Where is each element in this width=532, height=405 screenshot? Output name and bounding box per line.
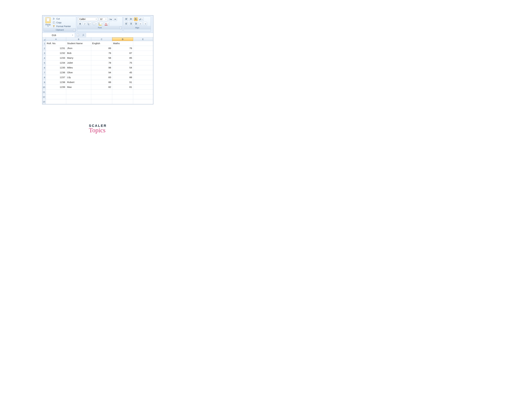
fx-button[interactable]: fx <box>81 34 86 36</box>
bold-button[interactable]: B <box>78 22 82 26</box>
cell[interactable]: 83 <box>91 75 112 80</box>
cell[interactable]: 1238 <box>46 80 66 85</box>
cell[interactable] <box>133 80 153 85</box>
row-header[interactable]: 7 <box>42 70 46 75</box>
cell[interactable] <box>112 99 133 104</box>
increase-indent-button[interactable]: ⇥ <box>143 22 147 26</box>
cell[interactable]: 1231 <box>46 46 66 51</box>
chevron-down-icon[interactable]: ▼ <box>47 26 49 27</box>
borders-button[interactable]: ▼ <box>92 22 98 26</box>
paste-button[interactable]: Paste ▼ <box>45 17 52 28</box>
cell[interactable]: Bob <box>66 51 91 55</box>
clipboard-dialog-launcher[interactable]: ↘ <box>73 29 75 31</box>
shrink-font-button[interactable]: A▾ <box>113 17 117 21</box>
cell[interactable]: 76 <box>91 51 112 55</box>
row-header[interactable]: 10 <box>42 85 46 89</box>
cell[interactable]: Robert <box>66 80 91 85</box>
cell[interactable] <box>46 94 66 99</box>
cell[interactable]: Max <box>66 85 91 89</box>
align-center-button[interactable] <box>129 22 133 26</box>
cell[interactable]: 1236 <box>46 70 66 75</box>
cell[interactable]: 1233 <box>46 56 66 60</box>
cell[interactable]: 1232 <box>46 51 66 55</box>
cell[interactable] <box>133 90 153 94</box>
cell[interactable] <box>133 41 153 46</box>
fill-color-button[interactable]: ▼ <box>99 22 103 26</box>
align-left-button[interactable] <box>125 22 128 26</box>
row-header[interactable]: 5 <box>42 61 46 65</box>
font-name-dropdown[interactable]: Calibri ▼ <box>78 17 98 21</box>
cell[interactable]: 88 <box>91 80 112 85</box>
cell[interactable] <box>66 94 91 99</box>
cell[interactable]: Jhon <box>66 46 91 51</box>
cell[interactable]: Olive <box>66 70 91 75</box>
cell[interactable]: 1235 <box>46 65 66 70</box>
cell[interactable] <box>133 70 153 75</box>
formula-input[interactable] <box>86 33 153 37</box>
row-header[interactable]: 12 <box>42 94 46 99</box>
font-dialog-launcher[interactable]: ↘ <box>119 27 122 29</box>
row-header[interactable]: 1 <box>42 41 46 46</box>
column-header-E[interactable]: E <box>133 37 153 41</box>
cell[interactable]: Student Name <box>66 41 91 46</box>
cell[interactable] <box>66 90 91 94</box>
cell[interactable] <box>46 99 66 104</box>
align-top-button[interactable] <box>125 17 128 21</box>
cell[interactable]: 91 <box>112 80 133 85</box>
cell[interactable] <box>133 94 153 99</box>
column-header-B[interactable]: B <box>66 37 91 41</box>
row-header[interactable]: 13 <box>42 99 46 104</box>
cell[interactable]: 76 <box>112 46 133 51</box>
format-painter-button[interactable]: Format Painter <box>52 25 71 28</box>
cell[interactable] <box>112 94 133 99</box>
orientation-button[interactable]: ab▼ <box>139 17 144 21</box>
cell[interactable]: 54 <box>112 65 133 70</box>
cell[interactable] <box>133 56 153 60</box>
cell[interactable] <box>133 75 153 80</box>
cell[interactable]: 45 <box>112 70 133 75</box>
column-header-D[interactable]: D <box>112 37 133 41</box>
spreadsheet-grid[interactable]: A B C D E 1 Roll. No. Student Name Engli… <box>42 37 153 104</box>
cell[interactable] <box>66 99 91 104</box>
underline-button[interactable]: U▼ <box>88 22 92 26</box>
font-size-dropdown[interactable]: 12 ▼ <box>99 17 108 21</box>
cell[interactable]: 58 <box>91 56 112 60</box>
cell[interactable] <box>91 94 112 99</box>
column-header-C[interactable]: C <box>91 37 112 41</box>
cell[interactable] <box>133 61 153 65</box>
font-color-button[interactable]: A▼ <box>104 22 109 26</box>
cell[interactable]: Lily <box>66 75 91 80</box>
cell[interactable]: 88 <box>112 75 133 80</box>
italic-button[interactable]: I <box>83 22 87 26</box>
row-header[interactable]: 8 <box>42 75 46 80</box>
align-right-button[interactable] <box>134 22 138 26</box>
cell[interactable]: Maths <box>112 41 133 46</box>
row-header[interactable]: 2 <box>42 46 46 51</box>
cell[interactable]: 78 <box>91 61 112 65</box>
cell[interactable]: 87 <box>112 51 133 55</box>
cell[interactable]: 1239 <box>46 85 66 89</box>
cell[interactable]: 94 <box>91 70 112 75</box>
cell[interactable] <box>112 90 133 94</box>
decrease-indent-button[interactable]: ⇤ <box>139 22 142 26</box>
cell[interactable] <box>133 85 153 89</box>
cell[interactable]: Roll. No. <box>46 41 66 46</box>
cell[interactable]: 75 <box>112 61 133 65</box>
cell[interactable]: 81 <box>112 85 133 89</box>
cell[interactable]: 82 <box>91 85 112 89</box>
cell[interactable]: 1234 <box>46 61 66 65</box>
align-bottom-button[interactable] <box>134 17 138 21</box>
column-header-A[interactable]: A <box>46 37 66 41</box>
align-middle-button[interactable] <box>129 17 133 21</box>
cell[interactable]: Juliet <box>66 61 91 65</box>
cell[interactable]: 89 <box>91 46 112 51</box>
grow-font-button[interactable]: A▴ <box>109 17 112 21</box>
cell[interactable]: 1237 <box>46 75 66 80</box>
cell[interactable] <box>133 65 153 70</box>
cut-button[interactable]: Cut <box>52 17 71 20</box>
cell[interactable]: Marry <box>66 56 91 60</box>
cell[interactable] <box>133 99 153 104</box>
cell[interactable]: Miles <box>66 65 91 70</box>
row-header[interactable]: 4 <box>42 56 46 60</box>
cell[interactable] <box>91 90 112 94</box>
